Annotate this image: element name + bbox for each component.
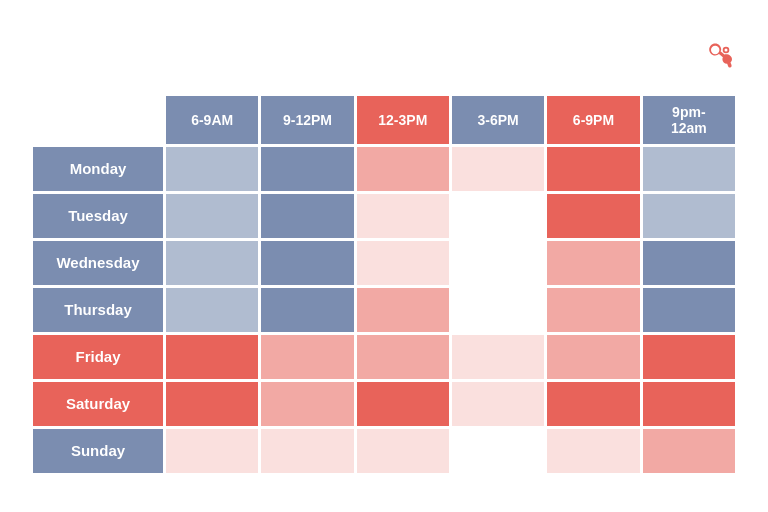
- col-header-1: 9-12PM: [261, 96, 353, 144]
- cell-wednesday-0: [166, 241, 258, 285]
- corner-cell: [33, 96, 163, 144]
- row-header-tuesday: Tuesday: [33, 194, 163, 238]
- cell-monday-0: [166, 147, 258, 191]
- cell-friday-2: [357, 335, 449, 379]
- cell-wednesday-2: [357, 241, 449, 285]
- cell-thursday-4: [547, 288, 639, 332]
- cell-sunday-2: [357, 429, 449, 473]
- table-row: Thursday: [33, 288, 735, 332]
- cell-tuesday-1: [261, 194, 353, 238]
- cell-friday-5: [643, 335, 735, 379]
- col-header-4: 6-9PM: [547, 96, 639, 144]
- cell-saturday-2: [357, 382, 449, 426]
- cell-saturday-3: [452, 382, 544, 426]
- table-row: Sunday: [33, 429, 735, 473]
- table-row: Saturday: [33, 382, 735, 426]
- cell-friday-4: [547, 335, 639, 379]
- cell-friday-0: [166, 335, 258, 379]
- heatmap-table: 6-9AM9-12PM12-3PM3-6PM6-9PM9pm-12am Mond…: [30, 93, 738, 476]
- cell-tuesday-4: [547, 194, 639, 238]
- cell-monday-1: [261, 147, 353, 191]
- cell-monday-2: [357, 147, 449, 191]
- cell-wednesday-4: [547, 241, 639, 285]
- cell-tuesday-0: [166, 194, 258, 238]
- cell-thursday-1: [261, 288, 353, 332]
- row-header-friday: Friday: [33, 335, 163, 379]
- row-header-sunday: Sunday: [33, 429, 163, 473]
- cell-saturday-0: [166, 382, 258, 426]
- row-header-thursday: Thursday: [33, 288, 163, 332]
- cell-thursday-2: [357, 288, 449, 332]
- table-row: Tuesday: [33, 194, 735, 238]
- row-header-monday: Monday: [33, 147, 163, 191]
- cell-wednesday-3: [452, 241, 544, 285]
- cell-sunday-1: [261, 429, 353, 473]
- cell-thursday-0: [166, 288, 258, 332]
- page-wrapper: 6-9AM9-12PM12-3PM3-6PM6-9PM9pm-12am Mond…: [30, 37, 738, 476]
- cell-saturday-1: [261, 382, 353, 426]
- cell-monday-3: [452, 147, 544, 191]
- cell-friday-3: [452, 335, 544, 379]
- row-header-wednesday: Wednesday: [33, 241, 163, 285]
- header-row: [30, 37, 738, 77]
- cell-tuesday-5: [643, 194, 735, 238]
- cell-tuesday-2: [357, 194, 449, 238]
- cell-monday-4: [547, 147, 639, 191]
- cell-saturday-4: [547, 382, 639, 426]
- row-header-saturday: Saturday: [33, 382, 163, 426]
- cell-sunday-5: [643, 429, 735, 473]
- cell-wednesday-1: [261, 241, 353, 285]
- cell-thursday-5: [643, 288, 735, 332]
- table-row: Monday: [33, 147, 735, 191]
- col-header-5: 9pm-12am: [643, 96, 735, 144]
- cell-monday-5: [643, 147, 735, 191]
- table-row: Friday: [33, 335, 735, 379]
- table-row: Wednesday: [33, 241, 735, 285]
- cell-tuesday-3: [452, 194, 544, 238]
- cell-wednesday-5: [643, 241, 735, 285]
- cell-sunday-4: [547, 429, 639, 473]
- cell-thursday-3: [452, 288, 544, 332]
- grid-container: 6-9AM9-12PM12-3PM3-6PM6-9PM9pm-12am Mond…: [30, 93, 738, 476]
- cell-sunday-0: [166, 429, 258, 473]
- cell-sunday-3: [452, 429, 544, 473]
- column-header-row: 6-9AM9-12PM12-3PM3-6PM6-9PM9pm-12am: [33, 96, 735, 144]
- cell-saturday-5: [643, 382, 735, 426]
- col-header-2: 12-3PM: [357, 96, 449, 144]
- col-header-0: 6-9AM: [166, 96, 258, 144]
- hubspot-logo-icon: [702, 41, 738, 77]
- cell-friday-1: [261, 335, 353, 379]
- col-header-3: 3-6PM: [452, 96, 544, 144]
